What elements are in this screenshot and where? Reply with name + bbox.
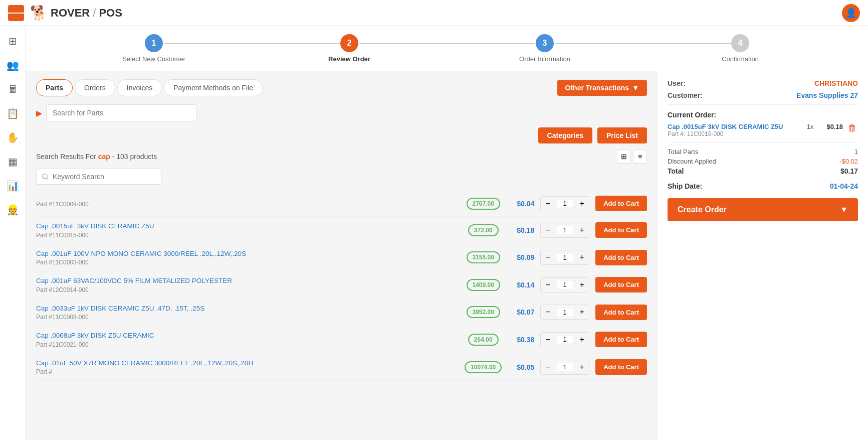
menu-button[interactable]	[8, 5, 24, 21]
product-name[interactable]: Cap .001uF 100V NPO MONO CERAMIC 3000/RE…	[36, 249, 457, 258]
product-name[interactable]: Cap .01uF 50V X7R MONO CERAMIC 3000/REEL…	[36, 359, 457, 368]
sidebar-item-reports[interactable]: 📊	[2, 175, 24, 197]
user-row: User: CHRISTIANO	[668, 79, 858, 87]
add-to-cart-button[interactable]: Add to Cart	[595, 277, 647, 292]
right-panel: User: CHRISTIANO Customer: Evans Supplie…	[658, 71, 868, 440]
tab-payment-methods[interactable]: Payment Methods on File	[164, 79, 263, 96]
separator: /	[93, 7, 96, 20]
product-info: Cap .001uF 100V NPO MONO CERAMIC 3000/RE…	[36, 249, 457, 266]
dashboard-icon: ⊞	[9, 35, 17, 47]
step-2: 2 Review Order	[252, 34, 447, 63]
tab-invoices[interactable]: Invoices	[117, 79, 162, 96]
product-name[interactable]: Cap .0015uF 3kV DISK CERAMIC Z5U	[36, 222, 457, 231]
sidebar-item-calculator[interactable]: 🖩	[2, 78, 24, 100]
qty-decrease-button[interactable]: −	[541, 278, 555, 292]
add-to-cart-button[interactable]: Add to Cart	[595, 222, 647, 238]
qty-increase-button[interactable]: +	[575, 250, 589, 264]
sidebar-item-hand[interactable]: ✋	[2, 126, 24, 149]
product-part: Part #11C0015-000	[36, 232, 457, 239]
product-name[interactable]: Cap .0033uF 1kV DISK CERAMIC Z5U .47D, .…	[36, 304, 457, 313]
other-transactions-button[interactable]: Other Transactions ▼	[557, 80, 647, 96]
left-panel: Parts Orders Invoices Payment Methods on…	[26, 71, 658, 440]
discount-value: -$0.02	[839, 158, 858, 165]
current-order-title: Current Order:	[668, 111, 858, 119]
create-order-button[interactable]: Create Order ▼	[668, 198, 858, 221]
qty-increase-button[interactable]: +	[575, 360, 589, 374]
qty-decrease-button[interactable]: −	[541, 305, 555, 319]
add-to-cart-button[interactable]: Add to Cart	[595, 305, 647, 320]
chevron-down-icon: ▼	[632, 84, 639, 92]
qty-control: − +	[540, 223, 589, 238]
qty-input[interactable]	[557, 336, 573, 343]
qty-decrease-button[interactable]: −	[541, 360, 555, 374]
sidebar-item-orders[interactable]: 📋	[2, 102, 24, 124]
orders-icon: 📋	[7, 107, 19, 119]
qty-input[interactable]	[557, 200, 573, 207]
user-avatar-button[interactable]: 👤	[842, 4, 860, 22]
chevron-down-icon: ▼	[840, 205, 848, 214]
user-icon: 👤	[845, 8, 856, 19]
table-row: Cap .001uF 100V NPO MONO CERAMIC 3000/RE…	[36, 244, 647, 272]
order-item-name: Cap .0015uF 3kV DISK CERAMIC Z5U	[668, 123, 800, 130]
grid-view-button[interactable]: ⊞	[617, 150, 631, 164]
qty-control: − +	[540, 332, 589, 347]
product-name[interactable]: Cap .0068uF 3kV DISK Z5U CERAMIC	[36, 331, 457, 340]
product-info: Part #11C0009-000	[36, 200, 457, 208]
price-list-button[interactable]: Price List	[597, 127, 647, 143]
categories-button[interactable]: Categories	[538, 127, 592, 143]
add-to-cart-button[interactable]: Add to Cart	[595, 196, 647, 211]
search-parts-input[interactable]	[46, 104, 196, 121]
keyword-search-input[interactable]	[36, 169, 161, 185]
sidebar-item-users[interactable]: 👥	[2, 54, 24, 76]
table-row: Cap .001uF 63VAC/100VDC 5% FILM METALIZE…	[36, 271, 647, 299]
product-stock: 2767.00	[463, 198, 503, 210]
discount-label: Discount Applied	[668, 158, 716, 165]
customer-label: Customer:	[668, 91, 703, 99]
qty-increase-button[interactable]: +	[575, 223, 589, 237]
product-price: $0.04	[509, 200, 534, 208]
product-info: Cap .0015uF 3kV DISK CERAMIC Z5U Part #1…	[36, 222, 457, 239]
qty-input[interactable]	[557, 309, 573, 316]
sidebar-item-barcode[interactable]: ▦	[2, 151, 24, 173]
qty-decrease-button[interactable]: −	[541, 223, 555, 237]
product-part: Part #11C0021-000	[36, 341, 457, 348]
qty-increase-button[interactable]: +	[575, 278, 589, 292]
qty-input[interactable]	[557, 254, 573, 261]
module-name: POS	[99, 7, 122, 20]
barcode-icon: ▦	[8, 156, 18, 168]
qty-increase-button[interactable]: +	[575, 333, 589, 347]
qty-input[interactable]	[557, 281, 573, 288]
keyword-search-row	[36, 169, 647, 185]
header: 🐕 ROVER / POS 👤	[0, 0, 868, 26]
order-item-qty: 1x	[804, 123, 816, 130]
qty-decrease-button[interactable]: −	[541, 333, 555, 347]
discount-row: Discount Applied -$0.02	[668, 158, 858, 165]
tab-parts[interactable]: Parts	[36, 79, 73, 96]
product-stock: 10074.00	[463, 361, 503, 373]
delete-item-button[interactable]: 🗑	[847, 123, 858, 133]
add-to-cart-button[interactable]: Add to Cart	[595, 332, 647, 347]
product-name[interactable]: Cap .001uF 63VAC/100VDC 5% FILM METALIZE…	[36, 276, 457, 285]
total-value: $0.17	[840, 167, 858, 175]
qty-increase-button[interactable]: +	[575, 305, 589, 319]
add-to-cart-button[interactable]: Add to Cart	[595, 359, 647, 375]
table-row: Cap .01uF 50V X7R MONO CERAMIC 3000/REEL…	[36, 354, 647, 381]
sidebar-item-dashboard[interactable]: ⊞	[2, 30, 24, 52]
product-info: Cap .0068uF 3kV DISK Z5U CERAMIC Part #1…	[36, 331, 457, 348]
reports-icon: 📊	[7, 180, 19, 192]
product-price: $0.09	[509, 253, 534, 261]
product-price: $0.38	[509, 336, 534, 344]
qty-decrease-button[interactable]: −	[541, 250, 555, 264]
qty-input[interactable]	[557, 363, 573, 371]
product-part: Part #12C0014-000	[36, 286, 457, 294]
add-to-cart-button[interactable]: Add to Cart	[595, 250, 647, 265]
qty-decrease-button[interactable]: −	[541, 197, 555, 211]
qty-input[interactable]	[557, 226, 573, 234]
customer-row: Customer: Evans Supplies 27	[668, 91, 858, 99]
list-view-button[interactable]: ≡	[633, 150, 647, 164]
total-row: Total $0.17	[668, 167, 858, 175]
tab-orders[interactable]: Orders	[75, 79, 115, 96]
step-1-label: Select New Customer	[122, 55, 185, 63]
qty-increase-button[interactable]: +	[575, 197, 589, 211]
sidebar-item-worker[interactable]: 👷	[2, 199, 24, 221]
